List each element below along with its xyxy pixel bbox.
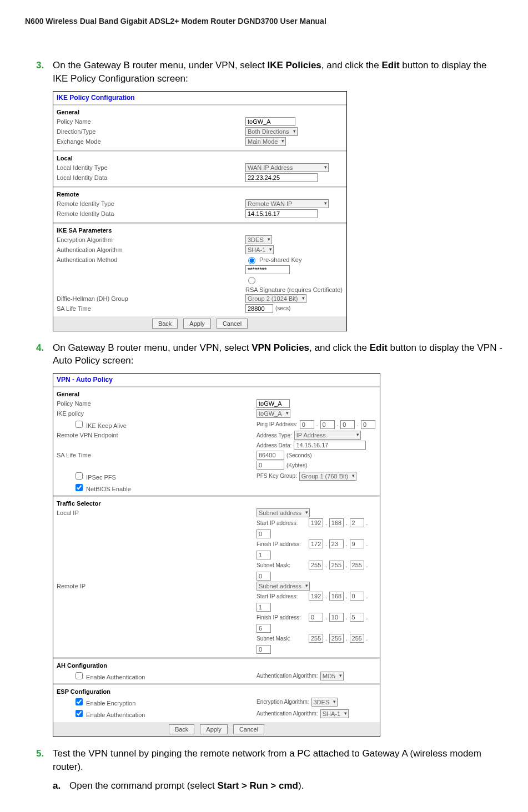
vpn-ping-ip-2[interactable]: 0 bbox=[340, 420, 355, 429]
vpn-ah-auth-alg-select[interactable]: MD5 bbox=[320, 672, 344, 680]
vpn-ping-ip-3[interactable]: 0 bbox=[361, 420, 375, 429]
vpn-cancel-button[interactable]: Cancel bbox=[233, 724, 264, 734]
vpn-addr-data-input[interactable]: 14.15.16.17 bbox=[294, 441, 366, 450]
vpn-local-finish-1[interactable]: 23 bbox=[329, 539, 344, 548]
ike-remote-id-type-label: Remote Identity Type bbox=[57, 200, 245, 207]
vpn-ipsec-pfs-checkbox[interactable] bbox=[76, 472, 83, 480]
vpn-apply-button[interactable]: Apply bbox=[200, 724, 228, 734]
ike-remote-id-type-select[interactable]: Remote WAN IP bbox=[245, 199, 329, 208]
step-5a-text: Open the command prompt (select Start > … bbox=[69, 779, 304, 793]
ike-back-button[interactable]: Back bbox=[152, 319, 178, 329]
vpn-sa-life-sec-input[interactable]: 86400 bbox=[257, 451, 284, 460]
vpn-ah-auth-alg-label: Authentication Algorithm: bbox=[257, 673, 318, 679]
vpn-remote-start-2[interactable]: 0 bbox=[350, 592, 364, 601]
step-3: 3. On the Gateway B router menu, under V… bbox=[36, 59, 503, 85]
vpn-local-start-3[interactable]: 0 bbox=[257, 529, 271, 538]
vpn-local-start-label: Start IP address: bbox=[257, 520, 306, 526]
vpn-ah-enable-checkbox[interactable] bbox=[76, 672, 83, 679]
vpn-policy-name-input[interactable]: toGW_A bbox=[257, 399, 290, 408]
vpn-pfs-group-select[interactable]: Group 1 (768 Bit) bbox=[299, 472, 356, 481]
vpn-remote-mask-0[interactable]: 255 bbox=[309, 634, 323, 643]
vpn-local-ip-select[interactable]: Subnet address bbox=[257, 508, 310, 517]
vpn-ipsec-pfs-row: IPSec PFS bbox=[57, 471, 257, 481]
ike-auth-meth-label: Authentication Method bbox=[57, 256, 245, 263]
vpn-esp-enc-row: Enable Encryption bbox=[57, 697, 257, 707]
step-5: 5. Test the VPN tunnel by pinging the re… bbox=[36, 747, 503, 774]
ike-cancel-button[interactable]: Cancel bbox=[217, 319, 248, 329]
ike-psk-radio[interactable] bbox=[248, 257, 255, 264]
vpn-remote-mask-label: Subnet Mask: bbox=[257, 636, 306, 642]
vpn-netbios-label: NetBIOS Enable bbox=[86, 486, 131, 492]
vpn-local-start-0[interactable]: 192 bbox=[309, 518, 323, 527]
vpn-esp-enc-checkbox[interactable] bbox=[76, 698, 83, 705]
vpn-esp-auth-checkbox[interactable] bbox=[76, 710, 83, 717]
step-3-pre: On the Gateway B router menu, under VPN,… bbox=[53, 60, 267, 70]
vpn-ping-ip-1[interactable]: 0 bbox=[320, 420, 335, 429]
vpn-remote-mask-3[interactable]: 0 bbox=[257, 645, 271, 654]
vpn-remote-ip-select[interactable]: Subnet address bbox=[257, 582, 310, 591]
ike-local-label: Local bbox=[53, 152, 346, 163]
ike-psk-input[interactable]: ******** bbox=[245, 265, 290, 274]
vpn-sa-life-kb-unit: (Kybtes) bbox=[286, 462, 307, 468]
vpn-ping-ip-0[interactable]: 0 bbox=[300, 420, 314, 429]
vpn-local-mask-2[interactable]: 255 bbox=[350, 561, 364, 569]
vpn-local-finish-2[interactable]: 9 bbox=[350, 539, 364, 548]
vpn-local-mask-0[interactable]: 255 bbox=[309, 561, 323, 569]
vpn-remote-mask-1[interactable]: 255 bbox=[329, 634, 344, 643]
doc-header: N600 Wireless Dual Band Gigabit ADSL2+ M… bbox=[25, 17, 503, 26]
vpn-remote-ep-label: Remote VPN Endpoint bbox=[57, 432, 257, 438]
vpn-ike-keepalive-checkbox[interactable] bbox=[76, 421, 83, 428]
vpn-pfs-group-label: PFS Key Group: bbox=[257, 473, 297, 479]
vpn-remote-start-1[interactable]: 168 bbox=[329, 592, 344, 601]
ike-exchange-select[interactable]: Main Mode bbox=[245, 137, 286, 146]
ike-policy-name-input[interactable]: toGW_A bbox=[245, 117, 295, 126]
ike-psk-label: Pre-shared Key bbox=[259, 256, 301, 263]
ike-local-id-type-select[interactable]: WAN IP Address bbox=[245, 163, 329, 172]
vpn-local-finish-0[interactable]: 172 bbox=[309, 539, 323, 548]
ike-auth-alg-label: Authentication Algorithm bbox=[57, 246, 245, 253]
vpn-remote-finish-3[interactable]: 6 bbox=[257, 624, 271, 633]
vpn-local-start-2[interactable]: 2 bbox=[350, 518, 364, 527]
vpn-addr-type-select[interactable]: IP Address bbox=[294, 431, 361, 440]
vpn-esp-label: ESP Configuration bbox=[53, 685, 380, 696]
vpn-netbios-checkbox[interactable] bbox=[76, 484, 83, 491]
vpn-local-finish-label: Finish IP address: bbox=[257, 541, 306, 547]
vpn-policy-name-label: Policy Name bbox=[57, 400, 257, 407]
ike-remote-id-data-input[interactable]: 14.15.16.17 bbox=[245, 209, 318, 218]
ike-apply-button[interactable]: Apply bbox=[183, 319, 211, 329]
vpn-remote-start-0[interactable]: 192 bbox=[309, 592, 323, 601]
vpn-local-start-1[interactable]: 168 bbox=[329, 518, 344, 527]
vpn-back-button[interactable]: Back bbox=[169, 724, 194, 734]
ike-sa-life-input[interactable]: 28800 bbox=[245, 304, 273, 313]
vpn-addr-data-label: Address Data: bbox=[257, 442, 291, 448]
vpn-remote-mask-2[interactable]: 255 bbox=[350, 634, 364, 643]
vpn-ike-policy-select[interactable]: toGW_A bbox=[257, 409, 290, 418]
vpn-local-mask-1[interactable]: 255 bbox=[329, 561, 344, 569]
ike-rsa-radio[interactable] bbox=[248, 277, 255, 284]
vpn-remote-finish-1[interactable]: 10 bbox=[329, 613, 344, 622]
step-4-bold2: Edit bbox=[370, 342, 388, 353]
vpn-sa-life-kb-input[interactable]: 0 bbox=[257, 461, 284, 470]
step-5a-number: a. bbox=[53, 779, 69, 793]
step-4-mid: , and click the bbox=[309, 342, 370, 353]
ike-sa-label: IKE SA Parameters bbox=[53, 224, 346, 235]
vpn-remote-start-3[interactable]: 1 bbox=[257, 603, 271, 612]
ike-auth-alg-select[interactable]: SHA-1 bbox=[245, 245, 274, 254]
vpn-auto-policy-screenshot: VPN - Auto Policy General Policy NametoG… bbox=[53, 373, 380, 737]
vpn-sa-life-label: SA Life Time bbox=[57, 452, 257, 458]
vpn-remote-finish-2[interactable]: 5 bbox=[350, 613, 364, 622]
ike-direction-select[interactable]: Both Directions bbox=[245, 127, 298, 136]
ike-dh-select[interactable]: Group 2 (1024 Bit) bbox=[245, 294, 306, 303]
vpn-local-finish-3[interactable]: 1 bbox=[257, 551, 271, 559]
vpn-addr-type-label: Address Type: bbox=[257, 432, 292, 438]
vpn-local-mask-3[interactable]: 0 bbox=[257, 572, 271, 581]
vpn-ah-label: AH Configuration bbox=[53, 659, 380, 670]
vpn-esp-enc-alg-select[interactable]: 3DES bbox=[311, 698, 338, 707]
vpn-traffic-label: Traffic Selector bbox=[53, 497, 380, 508]
vpn-local-mask-label: Subnet Mask: bbox=[257, 562, 306, 568]
ike-local-id-data-input[interactable]: 22.23.24.25 bbox=[245, 173, 318, 182]
ike-enc-select[interactable]: 3DES bbox=[245, 235, 272, 244]
vpn-esp-auth-alg-select[interactable]: SHA-1 bbox=[320, 709, 349, 718]
vpn-remote-finish-0[interactable]: 0 bbox=[309, 613, 323, 622]
vpn-sa-life-sec-unit: (Seconds) bbox=[286, 452, 312, 458]
